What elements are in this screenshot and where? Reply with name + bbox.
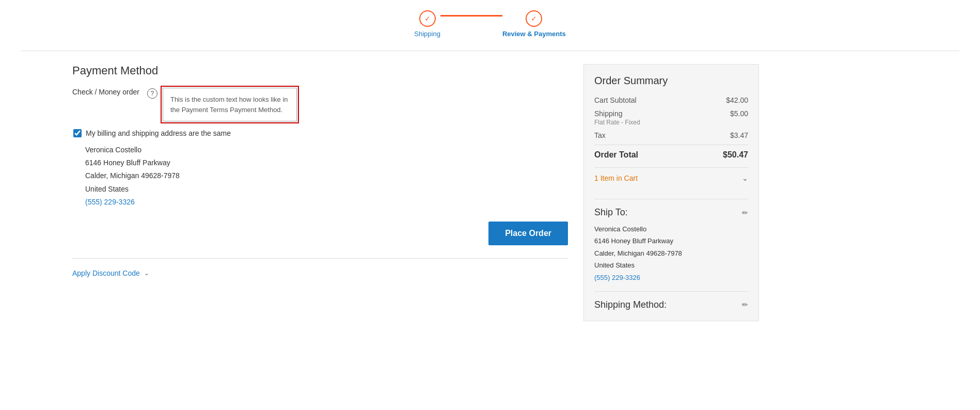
shipping-label: Shipping [594, 109, 623, 118]
step-line-1 [440, 15, 502, 17]
shipping-method-section: Shipping Method: ✏ [594, 299, 748, 310]
tooltip-box: This is the custom text how looks like i… [163, 88, 297, 121]
ship-to-phone: (555) 229-3326 [594, 272, 748, 283]
order-total-label: Order Total [594, 150, 638, 160]
cart-items-chevron-icon: ⌄ [742, 174, 748, 182]
billing-name: Veronica Costello [85, 144, 568, 156]
cart-subtotal-row: Cart Subtotal $42.00 [594, 96, 748, 104]
shipping-row-top: Shipping $5.00 [594, 109, 748, 118]
discount-chevron-icon: ⌄ [144, 270, 149, 277]
right-panel: Order Summary Cart Subtotal $42.00 Shipp… [583, 64, 759, 321]
tax-value: $3.47 [730, 131, 748, 139]
payment-method-label: Check / Money order [72, 88, 139, 96]
apply-discount-link[interactable]: Apply Discount Code [72, 269, 140, 277]
billing-country: United States [85, 183, 568, 196]
summary-divider [594, 145, 748, 145]
billing-phone: (555) 229-3326 [85, 196, 568, 209]
ship-to-name: Veronica Costello [594, 223, 748, 235]
ship-to-street: 6146 Honey Bluff Parkway [594, 235, 748, 247]
order-total-row: Order Total $50.47 [594, 150, 748, 160]
billing-checkbox-row: My billing and shipping address are the … [73, 129, 568, 137]
step-circle-review: ✓ [526, 10, 542, 27]
shipping-row: Shipping $5.00 Flat Rate - Fixed [594, 109, 748, 126]
shipping-method-title: Shipping Method: [594, 299, 667, 310]
tax-row: Tax $3.47 [594, 131, 748, 139]
step-label-review: Review & Payments [502, 30, 566, 38]
order-total-value: $50.47 [723, 150, 748, 160]
place-order-button[interactable]: Place Order [488, 222, 568, 245]
ship-to-address: Veronica Costello 6146 Honey Bluff Parkw… [594, 223, 748, 283]
order-summary-box: Order Summary Cart Subtotal $42.00 Shipp… [583, 64, 759, 321]
step-review: ✓ Review & Payments [502, 10, 566, 38]
billing-street: 6146 Honey Bluff Parkway [85, 156, 568, 169]
step-circle-shipping: ✓ [419, 10, 436, 27]
ship-to-section: Ship To: ✏ Veronica Costello 6146 Honey … [594, 199, 748, 283]
cart-subtotal-label: Cart Subtotal [594, 96, 637, 104]
step-shipping: ✓ Shipping [414, 10, 440, 38]
shipping-value: $5.00 [730, 109, 748, 118]
step-label-shipping: Shipping [414, 30, 440, 38]
cart-subtotal-value: $42.00 [726, 96, 748, 104]
order-summary-title: Order Summary [594, 75, 748, 87]
ship-to-title: Ship To: [594, 207, 628, 218]
shipping-sub-label: Flat Rate - Fixed [594, 119, 748, 126]
shipping-method-header: Shipping Method: ✏ [594, 299, 748, 310]
page-wrapper: ✓ Shipping ✓ Review & Payments Payment M… [0, 0, 980, 321]
place-order-row: Place Order [72, 222, 568, 245]
progress-steps: ✓ Shipping ✓ Review & Payments [21, 0, 959, 43]
billing-city-state: Calder, Michigan 49628-7978 [85, 169, 568, 182]
main-content: Payment Method Check / Money order ? Thi… [21, 64, 959, 321]
payment-method-title: Payment Method [72, 64, 568, 77]
shipping-method-divider [594, 291, 748, 292]
left-panel: Payment Method Check / Money order ? Thi… [72, 64, 568, 321]
tax-label: Tax [594, 131, 606, 139]
shipping-method-edit-icon[interactable]: ✏ [742, 301, 748, 309]
ship-to-country: United States [594, 259, 748, 271]
cart-items-row[interactable]: 1 Item in Cart ⌄ [594, 167, 748, 188]
ship-to-city-state: Calder, Michigan 49628-7978 [594, 247, 748, 259]
tooltip-text: This is the custom text how looks like i… [170, 96, 288, 114]
billing-checkbox-label[interactable]: My billing and shipping address are the … [86, 129, 231, 137]
payment-method-row: Check / Money order ? This is the custom… [72, 88, 568, 121]
ship-to-header: Ship To: ✏ [594, 207, 748, 218]
billing-checkbox[interactable] [73, 129, 82, 137]
help-icon[interactable]: ? [147, 88, 157, 99]
billing-address-block: Veronica Costello 6146 Honey Bluff Parkw… [85, 144, 568, 209]
ship-to-edit-icon[interactable]: ✏ [742, 209, 748, 217]
discount-row: Apply Discount Code ⌄ [72, 269, 568, 277]
cart-items-label: 1 Item in Cart [594, 174, 638, 182]
top-divider [21, 51, 959, 51]
section-divider [72, 258, 568, 259]
